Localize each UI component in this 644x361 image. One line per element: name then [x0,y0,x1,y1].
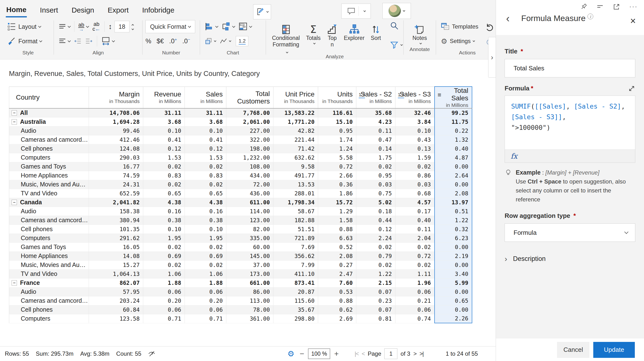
data-cell[interactable]: 114.00 [226,207,274,216]
data-cell[interactable]: 0.40 [396,216,434,225]
prev-page-button[interactable]: < [362,350,364,357]
data-cell[interactable]: 13.97 [434,198,472,207]
column-menu-icon[interactable]: ≡ [438,91,441,99]
data-cell[interactable]: 0.10 [143,126,185,135]
data-cell[interactable]: 0.07 [356,287,396,296]
undo-button[interactable] [484,23,496,32]
search-button[interactable] [388,21,404,30]
back-button[interactable]: ‹ [506,15,510,22]
data-cell[interactable]: 9.58 [274,162,318,171]
row-label-cell[interactable]: Home Appliances [9,251,89,260]
data-cell[interactable]: 0.10 [185,225,226,234]
data-cell[interactable]: 1.32 [434,135,472,144]
data-cell[interactable]: 412.46 [89,135,143,144]
data-cell[interactable]: 31.11 [185,108,226,117]
data-cell[interactable]: 0.71 [143,314,185,323]
tab-infobridge[interactable]: Infobridge [142,3,175,17]
data-cell[interactable]: 1.95 [185,234,226,242]
data-cell[interactable]: 0.71 [185,314,226,323]
data-cell[interactable]: 24.31 [89,180,143,189]
data-cell[interactable]: 1.59 [396,153,434,162]
data-cell[interactable]: 0.88 [318,225,356,234]
row-label-cell[interactable]: Cameras and camcord… [9,296,89,305]
data-cell[interactable]: 4.23 [356,117,396,126]
data-cell[interactable]: 78.00 [226,305,274,314]
tab-design[interactable]: Design [71,3,94,17]
row-label-cell[interactable]: Cameras and camcord… [9,135,89,144]
data-cell[interactable]: 0.20 [143,296,185,305]
row-height-stepper[interactable] [132,24,134,30]
data-cell[interactable]: 862.07 [89,278,143,287]
data-cell[interactable]: 1.22 [356,269,396,278]
data-cell[interactable]: 0.11 [356,126,396,135]
data-cell[interactable]: 198.00 [226,144,274,153]
data-cell[interactable]: 4.38 [143,198,185,207]
list-options-icon[interactable] [596,3,604,11]
row-label-cell[interactable]: Computers [9,234,89,242]
data-cell[interactable]: 1.29 [318,207,356,216]
data-cell[interactable]: 611.00 [226,198,274,207]
data-cell[interactable]: 1.88 [185,278,226,287]
data-cell[interactable]: 411.10 [274,269,318,278]
data-cell[interactable]: 2.69 [318,314,356,323]
data-cell[interactable]: 71.42 [274,144,318,153]
format-button[interactable]: Format [5,37,44,46]
data-cell[interactable]: 58.67 [274,207,318,216]
data-cell[interactable]: 0.03 [396,180,434,189]
data-cell[interactable]: 0.38 [185,216,226,225]
data-cell[interactable]: 1,064.13 [89,269,143,278]
row-label-cell[interactable]: Music, Movies and Au… [9,180,89,189]
horizontal-align-button[interactable] [57,38,72,45]
top-n-button[interactable]: Top n [324,21,340,48]
account-button[interactable] [382,3,411,19]
outdent-button[interactable] [72,38,83,45]
data-cell[interactable]: 652.59 [89,189,143,198]
data-cell[interactable]: 2.26 [434,314,472,323]
data-cell[interactable]: 0.81 [356,314,396,323]
zoom-level-input[interactable]: 100 % [308,348,330,359]
data-cell[interactable]: 2.66 [318,171,356,180]
data-cell[interactable]: 86.00 [226,287,274,296]
column-header-country[interactable]: Country [9,87,89,108]
data-cell[interactable]: 356.62 [274,251,318,260]
layout-button[interactable]: Layout [5,22,43,31]
data-cell[interactable]: 0.86 [396,171,434,180]
row-label-cell[interactable]: TV and Video [9,269,89,278]
data-cell[interactable]: 0.41 [143,135,185,144]
data-cell[interactable]: 0.72 [318,162,356,171]
data-cell[interactable]: 1.11 [396,269,434,278]
data-cell[interactable]: 101.35 [89,225,143,234]
row-label-cell[interactable]: Games and Toys [9,242,89,251]
fx-icon[interactable]: fx [511,152,518,160]
data-cell[interactable]: 16.77 [89,162,143,171]
tree-chart-button[interactable] [220,22,237,31]
data-cell[interactable]: 0.10 [185,126,226,135]
data-cell[interactable]: 0.20 [185,296,226,305]
data-cell[interactable]: 2.08 [318,251,356,260]
zoom-out-button[interactable]: − [300,349,304,358]
data-cell[interactable]: 0.00 [434,305,472,314]
data-cell[interactable]: 0.43 [396,135,434,144]
data-cell[interactable]: 60.00 [226,242,274,251]
data-cell[interactable]: 2.04 [396,234,434,242]
data-cell[interactable]: 99.46 [89,126,143,135]
data-cell[interactable]: 721.89 [274,234,318,242]
data-cell[interactable]: 0.65 [185,189,226,198]
data-cell[interactable]: 1.53 [185,153,226,162]
data-cell[interactable]: 2.47 [318,269,356,278]
data-cell[interactable]: 2,041.82 [89,198,143,207]
pin-icon[interactable] [580,3,587,11]
data-cell[interactable]: 74.59 [89,171,143,180]
data-cell[interactable]: 491.77 [274,171,318,180]
column-header-sales[interactable]: Salesin Millions [185,87,226,108]
data-cell[interactable]: 0.44 [356,216,396,225]
data-cell[interactable]: 13.53 [274,180,318,189]
data-cell[interactable]: 2.15 [356,278,396,287]
row-label-cell[interactable]: Audio [9,207,89,216]
row-label-cell[interactable]: Computers [9,314,89,323]
data-cell[interactable]: 0.36 [318,180,356,189]
data-cell[interactable]: 0.27 [318,260,356,269]
tab-insert[interactable]: Insert [39,3,58,17]
sparkline-button[interactable] [218,38,233,45]
data-cell[interactable]: 7.99 [274,260,318,269]
